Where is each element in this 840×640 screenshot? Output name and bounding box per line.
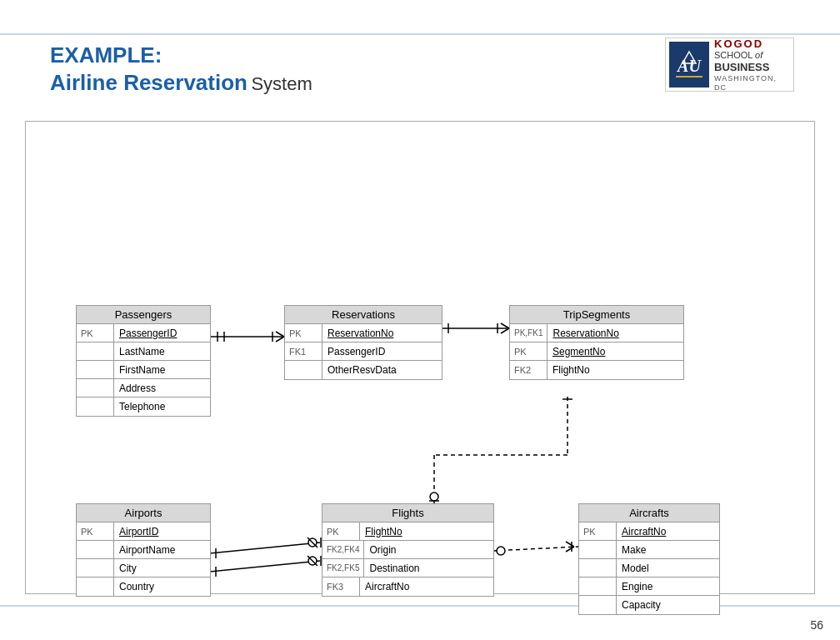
- table-row: LastName: [77, 342, 210, 361]
- table-row: City: [77, 559, 210, 578]
- key-label: [77, 578, 114, 596]
- table-row: FK2,FK4 Origin: [322, 541, 493, 559]
- key-label: FK3: [322, 578, 360, 596]
- table-row: PK ReservationNo: [285, 324, 442, 342]
- field-value: FirstName: [114, 362, 170, 378]
- table-row: PK PassengerID: [77, 324, 210, 342]
- key-label: FK2,FK5: [322, 559, 364, 577]
- logo-container: AU KOGOD SCHOOL of BUSINESS WASHINGTON, …: [665, 38, 794, 92]
- table-row: PK AircraftNo: [579, 522, 719, 541]
- key-label: [285, 361, 322, 379]
- reservations-table: Reservations PK ReservationNo FK1 Passen…: [284, 305, 442, 380]
- table-row: Model: [579, 559, 719, 578]
- key-label: PK: [579, 522, 617, 540]
- page-number: 56: [810, 618, 823, 632]
- svg-line-34: [566, 542, 574, 547]
- key-label: PK: [77, 522, 114, 540]
- table-row: Capacity: [579, 596, 719, 614]
- logo-school-text: SCHOOL: [714, 50, 752, 60]
- key-label: FK1: [285, 342, 322, 360]
- key-label: [77, 398, 114, 416]
- table-row: FK2 FlightNo: [510, 361, 683, 379]
- table-row: PK SegmentNo: [510, 342, 683, 361]
- svg-line-26: [210, 561, 320, 572]
- field-value: Model: [617, 561, 654, 576]
- key-label: PK,FK1: [510, 324, 548, 342]
- table-row: Country: [77, 578, 210, 596]
- table-row: Make: [579, 541, 719, 559]
- svg-point-32: [497, 547, 505, 555]
- field-value: Country: [114, 579, 159, 594]
- airports-body: PK AirportID AirportName City Country: [77, 522, 210, 596]
- table-row: Engine: [579, 578, 719, 596]
- top-border: [0, 33, 840, 35]
- svg-line-35: [566, 547, 574, 552]
- table-row: PK FlightNo: [322, 522, 493, 541]
- logo-of-text: of: [755, 50, 762, 60]
- field-value: Destination: [364, 561, 424, 576]
- field-value: OtherResvData: [322, 362, 402, 378]
- tripsegments-table: TripSegments PK,FK1 ReservationNo PK Seg…: [509, 305, 684, 380]
- diagram-area: Passengers PK PassengerID LastName First…: [25, 121, 815, 594]
- svg-line-31: [493, 547, 578, 551]
- field-value: Capacity: [617, 598, 666, 612]
- table-row: FirstName: [77, 361, 210, 379]
- reservations-header: Reservations: [285, 306, 442, 324]
- key-label: [77, 342, 114, 360]
- table-row: FK2,FK5 Destination: [322, 559, 493, 578]
- airports-table: Airports PK AirportID AirportName City C…: [76, 503, 211, 597]
- field-value: AirportID: [114, 524, 163, 539]
- key-label: FK2: [510, 361, 548, 379]
- key-label: [77, 559, 114, 577]
- flights-header: Flights: [322, 504, 493, 522]
- flights-body: PK FlightNo FK2,FK4 Origin FK2,FK5 Desti…: [322, 522, 493, 596]
- logo-text-block: KOGOD SCHOOL of BUSINESS WASHINGTON, DC: [709, 38, 790, 92]
- svg-line-21: [210, 542, 320, 553]
- field-value: City: [114, 561, 142, 576]
- field-value: SegmentNo: [548, 344, 610, 359]
- table-row: Telephone: [77, 398, 210, 416]
- key-label: PK: [285, 324, 322, 342]
- svg-line-24: [308, 538, 318, 548]
- field-value: ReservationNo: [548, 326, 623, 341]
- key-label: [77, 361, 114, 378]
- key-label: [579, 559, 617, 577]
- svg-line-29: [308, 556, 318, 566]
- key-label: PK: [510, 342, 548, 360]
- field-value: AircraftNo: [360, 579, 414, 594]
- aircrafts-header: Aircrafts: [579, 504, 719, 522]
- title-bold: Airline Reservation: [50, 70, 248, 95]
- key-label: [579, 541, 617, 558]
- aircrafts-table: Aircrafts PK AircraftNo Make Model Engin…: [578, 503, 720, 615]
- table-row: FK3 AircraftNo: [322, 578, 493, 596]
- field-value: AircraftNo: [617, 524, 671, 539]
- svg-line-7: [276, 332, 284, 337]
- field-value: PassengerID: [114, 326, 182, 341]
- field-value: PassengerID: [322, 344, 390, 359]
- key-label: [579, 596, 617, 614]
- passengers-body: PK PassengerID LastName FirstName Addres…: [77, 324, 210, 416]
- svg-line-12: [501, 323, 509, 328]
- logo-kogod-text: KOGOD: [714, 38, 790, 51]
- field-value: Address: [114, 381, 161, 396]
- reservations-body: PK ReservationNo FK1 PassengerID OtherRe…: [285, 324, 442, 379]
- passengers-table: Passengers PK PassengerID LastName First…: [76, 305, 211, 417]
- field-value: Telephone: [114, 399, 170, 414]
- flights-table: Flights PK FlightNo FK2,FK4 Origin FK2,F…: [322, 503, 494, 597]
- logo-business-text: BUSINESS: [714, 61, 790, 74]
- field-value: Make: [617, 542, 651, 558]
- field-value: LastName: [114, 344, 170, 359]
- table-row: FK1 PassengerID: [285, 342, 442, 361]
- logo-washington-text: WASHINGTON, DC: [714, 74, 790, 92]
- svg-line-13: [501, 328, 509, 333]
- field-value: Engine: [617, 579, 658, 594]
- tripsegments-body: PK,FK1 ReservationNo PK SegmentNo FK2 Fl…: [510, 324, 683, 379]
- svg-point-23: [308, 538, 317, 547]
- svg-point-28: [308, 557, 317, 565]
- svg-text:AU: AU: [676, 57, 702, 75]
- svg-line-8: [276, 337, 284, 342]
- key-label: PK: [322, 522, 360, 540]
- field-value: Origin: [364, 542, 401, 558]
- key-label: FK2,FK4: [322, 541, 364, 558]
- logo-au-letters: AU: [669, 42, 709, 88]
